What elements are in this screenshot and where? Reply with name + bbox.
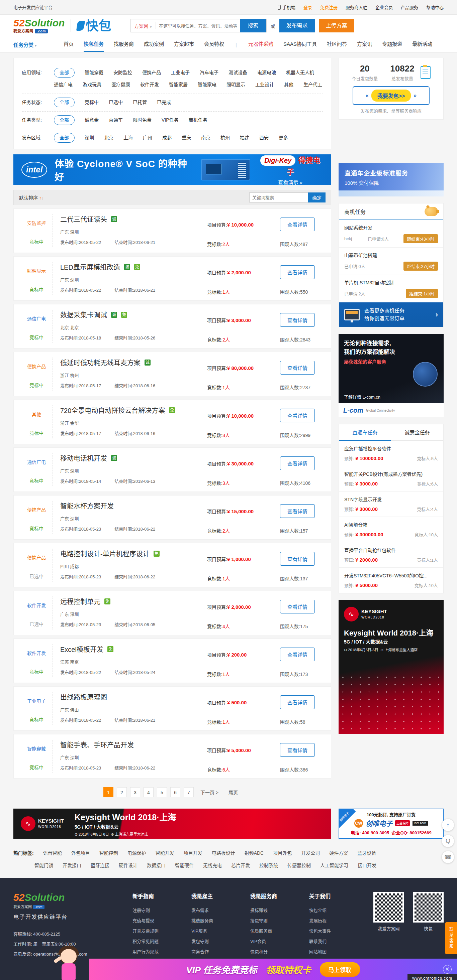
ztc-task-title[interactable]: STN字段显示开发 bbox=[344, 496, 438, 503]
phone-contact-icon[interactable]: ☎ bbox=[442, 851, 454, 863]
filter-chip[interactable]: 更多 bbox=[279, 133, 288, 143]
task-title[interactable]: 二代三代证读头 bbox=[60, 214, 107, 224]
filter-chip[interactable]: 北京 bbox=[104, 133, 113, 143]
filter-chip[interactable]: 汽车电子 bbox=[200, 67, 219, 78]
i-want-publish-button[interactable]: 我要发包>> bbox=[371, 89, 411, 102]
hot-tag[interactable]: 无线充电 bbox=[203, 862, 222, 869]
nav-saas[interactable]: SAAS协同工具 bbox=[283, 37, 317, 52]
footer-link[interactable]: 注册守则 bbox=[133, 905, 173, 915]
topbar-link[interactable]: 服务商入驻 bbox=[345, 4, 368, 10]
page-number[interactable]: 1 bbox=[103, 787, 113, 797]
ztc-task-title[interactable]: 开发STM32F405VGT6+W5500的IO控... bbox=[344, 572, 438, 579]
footer-link[interactable]: 积分常见问题 bbox=[133, 936, 173, 947]
hot-tag[interactable]: 硬件方案 bbox=[329, 850, 348, 856]
view-details-button[interactable]: 查看详情 bbox=[280, 409, 315, 422]
footer-link[interactable]: 商务合作 bbox=[191, 947, 232, 957]
hot-tag[interactable]: 传感器控制 bbox=[288, 862, 311, 869]
task-row[interactable]: 通信广电 竞标中 移动电话机开发 诚 广东 深圳 发布时间:2018-05-14… bbox=[13, 447, 331, 492]
footer-link[interactable]: 快包积分 bbox=[250, 947, 291, 957]
filter-chip[interactable]: 测试设备 bbox=[228, 67, 247, 78]
hot-tag[interactable]: 语音智能 bbox=[43, 850, 62, 856]
filter-chip[interactable]: 全部 bbox=[54, 115, 75, 125]
view-details-button[interactable]: 查看详情 bbox=[280, 743, 315, 757]
view-details-button[interactable]: 查看详情 bbox=[280, 695, 315, 709]
ztc-task-title[interactable]: 应急广播播控平台软件 bbox=[344, 445, 438, 452]
default-sort-control[interactable]: 默认排序 ↑↓ bbox=[19, 194, 44, 201]
page-number[interactable]: 5 bbox=[157, 787, 167, 797]
filter-chip[interactable]: 照明显示 bbox=[227, 80, 245, 89]
task-category[interactable]: 便携产品 bbox=[21, 506, 53, 513]
filter-chip[interactable]: 广州 bbox=[143, 133, 152, 143]
lcom-ad-cta[interactable]: 了解详情 L-com.cn bbox=[344, 394, 380, 400]
hot-tag[interactable]: 接口开发 bbox=[358, 862, 376, 869]
publish-demand-button[interactable]: 发布需求 bbox=[280, 19, 315, 32]
more-biz-tasks-banner[interactable]: 查看更多商机任务给你创造无限订单 › bbox=[339, 302, 443, 327]
footer-link[interactable]: 开具发票规则 bbox=[133, 926, 173, 936]
task-row[interactable]: 工业电子 竞标中 出线路板原理图 广东 佛山 发布时间:2018-05-22 结… bbox=[13, 686, 331, 731]
ztc-task-item[interactable]: AI智能音箱 预算: ¥ 300000.00 竞标人:10人 bbox=[339, 517, 443, 542]
chuangwei-ad[interactable]: 创唯电子 100元起订, 支持原厂订货 CW 创唯电子 正品保障 ISO 900… bbox=[339, 808, 444, 838]
ztc-task-title[interactable]: AI智能音箱 bbox=[344, 521, 438, 528]
through-train-service-banner[interactable]: 直通车企业级标准服务 100% 交付保障 bbox=[339, 163, 444, 196]
tab-through-train-tasks[interactable]: 直通车任务 bbox=[339, 424, 391, 441]
task-row[interactable]: 照明显示 竞标中 LED显示屏模组改造 诚 免 广东 深圳 发布时间:2018-… bbox=[13, 256, 331, 301]
search-button[interactable]: 搜索 bbox=[240, 19, 266, 32]
nav-find-providers[interactable]: 找服务商 bbox=[114, 37, 134, 52]
task-category[interactable]: 软件开发 bbox=[21, 602, 53, 608]
ztc-task-item[interactable]: 应急广播播控平台软件 预算: ¥ 100000.00 竞标人:5人 bbox=[339, 441, 443, 466]
biz-task-item[interactable]: 网站系统开发 hckj 已申请:0人 距结束:43小时 bbox=[339, 220, 443, 248]
hot-tag[interactable]: 外包项目 bbox=[71, 850, 90, 856]
page-number[interactable]: 6 bbox=[170, 787, 180, 797]
qq-contact-icon[interactable]: Q bbox=[442, 835, 454, 847]
filter-chip[interactable]: VIP任务 bbox=[161, 115, 179, 125]
topbar-link[interactable]: 企业会员 bbox=[376, 4, 393, 10]
ztc-task-item[interactable]: 直播平台自动抢红包软件 预算: ¥ 2000.00 竞标人:1人 bbox=[339, 542, 443, 568]
hot-tag[interactable]: 智能门锁 bbox=[34, 862, 53, 869]
tab-deposit-tasks[interactable]: 诚意金任务 bbox=[391, 424, 443, 441]
hot-tag[interactable]: 智能硬件 bbox=[175, 862, 194, 869]
biz-task-item[interactable]: 单片机,STM32自动控制 已申请:2人 距结束:1小时 bbox=[339, 275, 443, 302]
biz-task-item[interactable]: 山寨币矿池搭建 已申请:0人 距结束:27小时 bbox=[339, 248, 443, 275]
page-number[interactable]: 3 bbox=[130, 787, 140, 797]
filter-chip[interactable]: 其他 bbox=[284, 80, 293, 89]
filter-chip[interactable]: 全部 bbox=[54, 68, 75, 78]
task-category[interactable]: 其他 bbox=[21, 410, 53, 417]
task-title[interactable]: 远程控制单元 bbox=[60, 597, 101, 606]
task-category[interactable]: 通信广电 bbox=[21, 458, 53, 465]
task-title[interactable]: LED显示屏模组改造 bbox=[60, 262, 120, 272]
keyword-search-input[interactable] bbox=[249, 192, 308, 202]
filter-chip[interactable]: 限时免费 bbox=[133, 115, 152, 125]
task-title[interactable]: 出线路板原理图 bbox=[60, 692, 107, 702]
hot-tag[interactable]: 蓝牙连接 bbox=[91, 862, 109, 869]
sort-asc-icon[interactable]: ↑ bbox=[39, 195, 42, 200]
task-row[interactable]: 通信广电 竞标中 数据采集卡调试 诚 免 北京 北京 发布时间:2018-05-… bbox=[13, 304, 331, 348]
register-link[interactable]: 免费注册 bbox=[320, 4, 337, 10]
biz-task-title[interactable]: 山寨币矿池搭建 bbox=[344, 251, 438, 258]
task-category[interactable]: 软件开发 bbox=[21, 649, 53, 656]
filter-chip[interactable]: 智能穿戴 bbox=[85, 67, 103, 78]
view-details-button[interactable]: 查看详情 bbox=[280, 552, 315, 566]
site-logo[interactable]: 52Solution 我爱方案网 .com bbox=[13, 18, 65, 33]
task-row[interactable]: 软件开发 竞标中 Excel模板开发 免 江苏 南京 发布时间:2018-05-… bbox=[13, 638, 331, 683]
ztc-task-title[interactable]: 直播平台自动抢红包软件 bbox=[344, 547, 438, 553]
footer-link[interactable]: 发包守则 bbox=[191, 936, 232, 947]
footer-link[interactable]: 发布需求 bbox=[191, 905, 232, 915]
keyword-confirm-button[interactable]: 确定 bbox=[308, 192, 326, 202]
filter-chip[interactable]: 福建 bbox=[240, 133, 249, 143]
filter-chip[interactable]: 电源电池 bbox=[257, 67, 276, 78]
nav-success-cases[interactable]: 成功案例 bbox=[144, 37, 164, 52]
nav-vip[interactable]: 会员特权 bbox=[204, 37, 224, 52]
nav-components[interactable]: 元器件采购 bbox=[248, 37, 273, 52]
topbar-link[interactable]: 产品服务 bbox=[401, 4, 418, 10]
footer-link[interactable]: 网站地图 bbox=[309, 947, 349, 957]
task-title[interactable]: 智能手表、手环产品开发 bbox=[60, 740, 134, 749]
publish-cta-graphic[interactable]: « 我要发包>> » bbox=[353, 86, 430, 105]
page-number[interactable]: 7 bbox=[184, 787, 194, 797]
filter-chip[interactable]: 全部 bbox=[54, 133, 75, 143]
task-category[interactable]: 便携产品 bbox=[21, 554, 53, 561]
keysight-bottom-banner[interactable]: ∿ KEYSIGHTWORLD2018 Keysight World 2018·… bbox=[13, 808, 331, 838]
nav-kuaibao-tasks[interactable]: 快包任务 bbox=[84, 37, 104, 52]
task-category[interactable]: 照明显示 bbox=[21, 267, 53, 274]
task-row[interactable]: 安防监控 竞标中 二代三代证读头 诚 广东 深圳 发布时间:2018-05-22… bbox=[13, 208, 331, 253]
footer-link[interactable]: 快包介绍 bbox=[309, 905, 349, 915]
